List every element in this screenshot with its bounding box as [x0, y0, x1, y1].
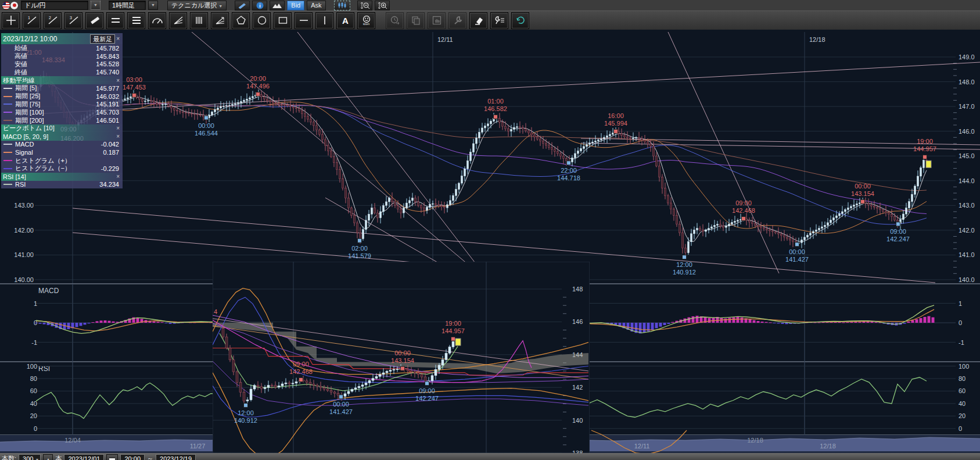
parallel-lines3-tool-button[interactable] [127, 12, 145, 29]
vertical-line-tool-button[interactable] [315, 12, 333, 29]
svg-text:140.00: 140.00 [14, 276, 34, 283]
zoom-in-button[interactable] [375, 1, 390, 10]
symbol-select[interactable]: ドル/円 [21, 1, 88, 10]
timeframe-dropdown-button[interactable]: ▼ [148, 1, 158, 10]
svg-text:144.0: 144.0 [959, 177, 975, 184]
svg-text:12/11: 12/11 [634, 443, 650, 450]
trading-app-window: ドル/円 ▼ 1時間足 ▼ テクニカル選択 ▼ i Bid Ask [0, 0, 980, 460]
svg-text:100: 100 [959, 363, 969, 370]
arrow-fan-tool-button[interactable] [211, 12, 229, 29]
trendline3-tool-button[interactable]: 3 [64, 12, 82, 29]
svg-text:12/11: 12/11 [437, 36, 453, 43]
high-label: 高値 [3, 52, 27, 60]
close-rsi-icon[interactable]: × [115, 173, 121, 180]
svg-text:100: 100 [27, 363, 37, 370]
close-panel-icon[interactable]: × [115, 35, 121, 42]
svg-text:3: 3 [70, 16, 72, 20]
stamp-icon-label: icon [363, 23, 369, 26]
horizontal-line-tool-button[interactable] [295, 12, 313, 29]
svg-text:142.0: 142.0 [959, 227, 975, 234]
eraser-tool-button[interactable] [469, 12, 487, 29]
technical-select-label: テクニカル選択 [171, 2, 217, 9]
svg-text:0: 0 [959, 425, 962, 432]
crosshair-tool-button[interactable] [2, 12, 20, 29]
zoom-out-button[interactable] [357, 1, 372, 10]
to-date-field[interactable]: 2023/12/19 [156, 454, 196, 460]
low-value: 145.528 [96, 60, 121, 67]
svg-text:141.00: 141.00 [14, 251, 34, 258]
drag-tool-button[interactable] [428, 12, 446, 29]
svg-text:i: i [259, 3, 261, 9]
ma200-label: 期間 [200] [15, 116, 44, 125]
trend-lines [35, 32, 980, 292]
settings-list-tool-button[interactable] [490, 12, 508, 29]
us-flag-icon [2, 1, 10, 10]
svg-text:60: 60 [30, 387, 37, 394]
jp-flag-icon [10, 1, 19, 10]
chart-type-button[interactable] [334, 1, 350, 10]
svg-text:MACD: MACD [38, 287, 59, 295]
calendar-icon[interactable] [106, 454, 118, 460]
undo-tool-button[interactable] [511, 12, 529, 29]
svg-text:19:00144.957: 19:00144.957 [913, 138, 936, 152]
bar-count-up-button[interactable]: ▲ [43, 454, 53, 460]
latest-bar-button[interactable]: 最新足 [90, 34, 115, 44]
svg-text:80: 80 [959, 375, 965, 382]
svg-text:02:00141.579: 02:00141.579 [348, 245, 371, 259]
ellipse-tool-button[interactable] [253, 12, 271, 29]
gauge-tool-button[interactable] [148, 12, 166, 29]
svg-text:12/18: 12/18 [809, 36, 825, 43]
copy-tool-button[interactable] [407, 12, 425, 29]
histogram-neg-icon [3, 168, 12, 169]
ma25-label: 期間 [25] [15, 92, 40, 101]
price-annotations: 03:00147.45300:00146.54420:00147.49602:0… [123, 75, 936, 276]
chart-area[interactable]: 149.0148.0147.0146.0145.0144.0143.0142.0… [0, 29, 980, 460]
svg-text:1: 1 [34, 300, 37, 307]
svg-text:20: 20 [30, 412, 37, 419]
bid-button[interactable]: Bid [287, 1, 304, 10]
timeframe-select[interactable]: 1時間足 [109, 1, 146, 10]
low-label: 安値 [3, 60, 27, 69]
svg-text:00:00141.427: 00:00141.427 [785, 248, 809, 263]
from-time-field[interactable]: 20:00 [120, 454, 145, 460]
close-peakbottom-icon[interactable]: × [115, 125, 121, 131]
close-macd-icon[interactable]: × [115, 133, 121, 140]
macd-line-icon [3, 144, 12, 145]
close-ma-icon[interactable]: × [115, 77, 121, 84]
trendline1-tool-button[interactable]: 1 [23, 12, 41, 29]
vertical-lines-tool-button[interactable] [190, 12, 208, 29]
indicator-data-panel: 2023/12/12 10:00 最新足 × 始値145.782 高値145.8… [1, 33, 123, 188]
macd-label: MACD [15, 141, 34, 148]
pentagon-tool-button[interactable] [232, 12, 250, 29]
rectangle-tool-button[interactable] [274, 12, 292, 29]
info-button[interactable]: i [252, 1, 267, 10]
main-toolbar: ドル/円 ▼ 1時間足 ▼ テクニカル選択 ▼ i Bid Ask [0, 0, 980, 10]
svg-text:1: 1 [28, 16, 30, 20]
inset-chart-window[interactable]: 14814614414214013812:00140.91209:00142.4… [213, 262, 590, 460]
range-tilde-label: ～ [147, 454, 153, 460]
history-tool-button[interactable] [386, 12, 404, 29]
wrench-tool-button[interactable] [448, 12, 466, 29]
drawing-toolbar: 1 2 3 A icon [0, 10, 980, 30]
text-tool-button[interactable]: A [336, 12, 354, 29]
trendline2-tool-button[interactable]: 2 [44, 12, 62, 29]
bar-count-field[interactable]: 300 ▼ [19, 454, 41, 460]
stamp-icon-tool-button[interactable]: icon [357, 12, 375, 29]
ma75-label: 期間 [75] [15, 100, 40, 109]
fan-lines-tool-button[interactable] [169, 12, 187, 29]
svg-text:146.0: 146.0 [959, 128, 975, 135]
svg-text:148.0: 148.0 [959, 79, 975, 85]
from-date-field[interactable]: 2023/12/01 [64, 454, 104, 460]
symbol-dropdown-button[interactable]: ▼ [91, 1, 100, 10]
parallel-lines2-tool-button[interactable] [106, 12, 124, 29]
svg-text:0: 0 [959, 319, 962, 326]
mountain-chart-button[interactable] [270, 1, 285, 10]
technical-select-button[interactable]: テクニカル選択 ▼ [167, 1, 227, 10]
svg-text:12/18: 12/18 [820, 443, 836, 450]
draw-pencil-button[interactable] [235, 1, 250, 10]
svg-text:-1: -1 [959, 339, 964, 346]
ask-button[interactable]: Ask [307, 1, 325, 10]
ruler-tool-button[interactable] [85, 12, 103, 29]
rsi-section-header: RSI [14]× [1, 173, 123, 181]
ma75-line-icon [3, 104, 12, 105]
